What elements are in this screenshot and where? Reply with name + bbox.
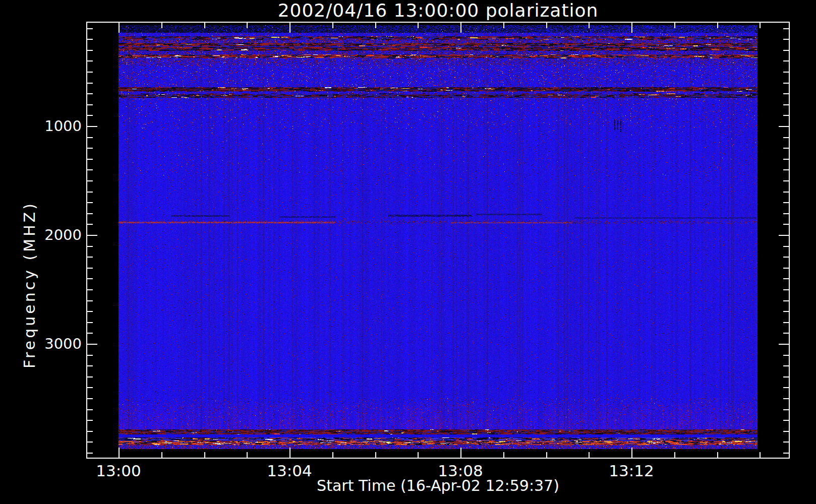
axis-tick xyxy=(783,180,789,181)
axis-tick xyxy=(783,431,789,432)
axis-tick xyxy=(204,23,205,28)
axis-tick xyxy=(87,83,93,84)
axis-tick xyxy=(783,28,789,29)
y-tick-label: 3000 xyxy=(26,335,82,352)
axis-tick xyxy=(87,72,93,73)
axis-tick xyxy=(589,23,590,28)
axis-tick xyxy=(631,448,632,458)
axis-tick xyxy=(332,23,333,28)
axis-tick xyxy=(783,333,789,334)
axis-tick xyxy=(783,268,789,269)
axis-tick xyxy=(87,431,93,432)
axis-tick xyxy=(161,23,162,28)
axis-tick xyxy=(783,387,789,388)
axis-tick xyxy=(783,137,789,138)
axis-tick xyxy=(783,50,789,51)
axis-tick xyxy=(783,39,789,40)
axis-tick xyxy=(204,452,205,458)
axis-tick xyxy=(783,60,789,61)
axis-tick xyxy=(783,104,789,105)
axis-tick xyxy=(87,289,93,290)
axis-tick xyxy=(674,452,675,458)
axis-tick xyxy=(87,300,93,301)
axis-tick xyxy=(87,420,93,421)
axis-tick xyxy=(418,452,419,458)
axis-tick xyxy=(546,23,547,28)
axis-tick xyxy=(87,104,93,105)
x-axis-title: Start Time (16-Apr-02 12:59:37) xyxy=(86,477,790,494)
axis-tick xyxy=(247,452,248,458)
axis-tick xyxy=(783,246,789,247)
axis-tick xyxy=(783,93,789,94)
axis-tick xyxy=(783,398,789,399)
axis-tick xyxy=(779,126,789,127)
axis-tick xyxy=(503,23,504,28)
axis-tick xyxy=(783,365,789,366)
axis-tick xyxy=(717,452,718,458)
axis-tick xyxy=(783,213,789,214)
axis-tick xyxy=(760,452,761,458)
axis-tick xyxy=(87,93,93,94)
axis-tick xyxy=(87,137,93,138)
axis-tick xyxy=(783,202,789,203)
axis-tick xyxy=(783,148,789,149)
axis-tick xyxy=(87,257,93,258)
axis-tick xyxy=(783,192,789,193)
axis-tick xyxy=(783,300,789,301)
axis-tick xyxy=(783,442,789,443)
axis-tick xyxy=(87,115,93,116)
axis-tick xyxy=(87,387,93,388)
axis-tick xyxy=(783,355,789,356)
axis-tick xyxy=(87,278,93,279)
axis-tick xyxy=(783,224,789,225)
axis-tick xyxy=(332,452,333,458)
axis-tick xyxy=(783,115,789,116)
axis-tick xyxy=(87,213,93,214)
axis-tick xyxy=(119,448,120,458)
y-tick-label: 1000 xyxy=(26,117,82,135)
axis-tick xyxy=(87,192,93,193)
axis-tick xyxy=(589,452,590,458)
axis-tick xyxy=(375,23,376,28)
axis-tick xyxy=(87,355,93,356)
axis-tick xyxy=(247,23,248,28)
axis-tick xyxy=(87,60,93,61)
spectrogram-page: 2002/04/16 13:00:00 polarization Frequen… xyxy=(0,0,816,504)
axis-tick xyxy=(87,180,93,181)
axis-tick xyxy=(783,453,789,454)
axis-tick xyxy=(87,376,93,377)
axis-tick xyxy=(87,126,97,127)
axis-tick xyxy=(783,83,789,84)
plot-frame xyxy=(86,22,790,459)
axis-tick xyxy=(87,39,93,40)
axis-tick xyxy=(87,246,93,247)
axis-tick xyxy=(87,311,93,312)
axis-tick xyxy=(674,23,675,28)
axis-tick xyxy=(87,322,93,323)
axis-tick xyxy=(783,376,789,377)
axis-tick xyxy=(87,268,93,269)
axis-tick xyxy=(631,23,632,33)
axis-tick xyxy=(87,235,97,236)
axis-tick xyxy=(783,72,789,73)
axis-tick xyxy=(460,448,461,458)
axis-tick xyxy=(87,409,93,410)
axis-tick xyxy=(783,420,789,421)
axis-tick xyxy=(503,452,504,458)
axis-tick xyxy=(783,169,789,170)
axis-tick xyxy=(87,344,97,345)
axis-tick xyxy=(760,23,761,28)
axis-tick xyxy=(289,23,290,33)
axis-tick xyxy=(779,344,789,345)
axis-tick xyxy=(783,278,789,279)
axis-tick xyxy=(460,23,461,33)
axis-tick xyxy=(119,23,120,33)
axis-tick xyxy=(87,28,93,29)
axis-tick xyxy=(87,453,93,454)
axis-tick xyxy=(783,289,789,290)
axis-tick xyxy=(87,148,93,149)
axis-tick xyxy=(418,23,419,28)
axis-tick xyxy=(779,235,789,236)
y-tick-label: 2000 xyxy=(26,226,82,243)
axis-tick xyxy=(87,169,93,170)
